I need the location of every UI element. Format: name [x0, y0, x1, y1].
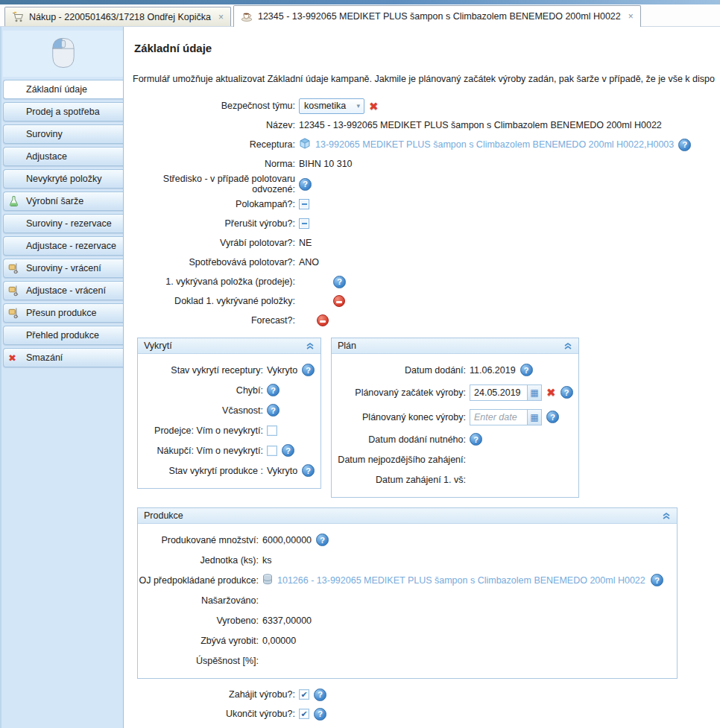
sidebar-item-zakladni-udaje[interactable]: Základní údaje — [3, 80, 123, 99]
sidebar-item-label: Suroviny - vrácení — [26, 263, 101, 273]
field-value: Vykryto — [267, 466, 297, 476]
form-row-zahajit: Zahájit výrobu?: — [133, 685, 720, 704]
sidebar-item-suroviny-vraceni[interactable]: Suroviny - vrácení — [3, 259, 123, 278]
field-label: Polokampaň?: — [133, 199, 295, 209]
sidebar-item-vyrobni-sarze[interactable]: Výrobní šarže — [3, 192, 123, 211]
form-row-vykryvana: 1. vykrývaná položka (prodeje): — [133, 272, 720, 291]
help-icon[interactable] — [316, 534, 329, 546]
tab-nakup[interactable]: Nákup - 2200501463/17218 Ondřej Kopička — [4, 7, 231, 26]
field-label: Ukončit výrobu?: — [133, 709, 295, 719]
form-row-vyrabi: Vyrábí polotovar?: NE — [133, 233, 720, 253]
double-chevron-up-icon[interactable] — [306, 341, 315, 350]
field-label: Nákupčí: Vím o nevykrytí: — [138, 446, 263, 456]
sidebar-item-nevykryte-polozky[interactable]: Nevykryté položky — [3, 169, 123, 189]
field-label: Datum dodání: — [332, 365, 466, 376]
help-icon[interactable] — [267, 384, 280, 396]
sidebar-logo — [3, 31, 123, 77]
calendar-grid-icon[interactable] — [527, 385, 541, 400]
sidebar-item-smazani[interactable]: Smazání — [3, 348, 123, 367]
close-icon[interactable] — [628, 11, 634, 22]
buyer-aware-checkbox[interactable] — [267, 446, 277, 456]
tab-kampan[interactable]: 12345 - 13-992065 MEDIKET PLUS šampon s … — [233, 5, 641, 27]
red-x-remove-icon[interactable] — [369, 101, 379, 112]
field-label: Název: — [133, 120, 295, 130]
field-label: Plánovaný začátek výroby: — [332, 387, 466, 398]
form-row-prerusit: Přerušit výrobu?: — [133, 214, 720, 233]
end-production-checkbox[interactable] — [299, 709, 309, 719]
help-icon[interactable] — [520, 364, 533, 376]
field-label: Vyrábí polotovar?: — [133, 238, 295, 248]
field-label: Přerušit výrobu?: — [133, 218, 295, 229]
sidebar-item-suroviny[interactable]: Suroviny — [3, 124, 123, 144]
help-icon[interactable] — [314, 708, 326, 721]
field-label: Bezpečnost týmu: — [133, 101, 295, 111]
help-icon[interactable] — [560, 386, 573, 399]
sidebar-item-label: Nevykryté položky — [26, 174, 101, 184]
sidebar: Základní údaje Prodej a spotřeba Surovin… — [0, 27, 124, 728]
calendar-grid-icon[interactable] — [527, 410, 541, 425]
help-icon[interactable] — [267, 404, 280, 417]
sidebar-item-label: Přehled produkce — [26, 330, 99, 341]
start-production-checkbox[interactable] — [299, 689, 309, 700]
tab-bar: Nákup - 2200501463/17218 Ondřej Kopička … — [0, 4, 720, 27]
sidebar-item-adjustace-vraceni[interactable]: Adjustace - vrácení — [3, 281, 123, 300]
sidebar-item-adjustace[interactable]: Adjustace — [3, 147, 123, 166]
field-label: Našaržováno: — [138, 595, 259, 606]
field-value: 6000,00000 — [262, 535, 312, 545]
help-icon[interactable] — [678, 139, 691, 151]
sidebar-item-prodej-a-spotreba[interactable]: Prodej a spotřeba — [3, 102, 123, 121]
help-icon[interactable] — [314, 689, 326, 701]
field-label: Produkované množství: — [138, 535, 259, 545]
help-icon[interactable] — [282, 444, 294, 457]
field-label: Datum nejpozdějšího zahájení: — [332, 455, 466, 465]
indeterminate-box-icon[interactable] — [299, 199, 309, 209]
help-icon[interactable] — [302, 464, 315, 477]
caret-down-icon — [356, 102, 360, 110]
panel-produkce: Produkce Produkované množství: 6000,0000… — [137, 507, 678, 679]
field-label: Jednotka (ks): — [138, 555, 259, 566]
no-entry-icon — [333, 295, 345, 307]
form-row-polokampan: Polokampaň?: — [133, 194, 720, 214]
database-icon — [262, 574, 273, 587]
sidebar-item-suroviny-rezervace[interactable]: Suroviny - rezervace — [3, 214, 123, 233]
team-security-select[interactable]: kosmetika — [299, 98, 364, 114]
help-icon[interactable] — [546, 411, 559, 423]
field-value: BIHN 10 310 — [299, 159, 353, 169]
indeterminate-box-icon[interactable] — [299, 218, 309, 229]
red-x-remove-icon[interactable] — [546, 387, 556, 398]
field-label: Středisko - v případě polotovaru odvozen… — [133, 174, 295, 194]
field-label: Úspěšnost [%]: — [138, 656, 259, 666]
oj-produkce-link[interactable]: 101266 - 13-992065 MEDIKET PLUS šampon s… — [277, 575, 645, 586]
planned-start-date-input[interactable] — [470, 385, 527, 400]
double-chevron-up-icon[interactable] — [662, 511, 671, 520]
help-icon[interactable] — [302, 364, 315, 376]
sidebar-item-presun-produkce[interactable]: Přesun produkce — [3, 303, 123, 323]
handtruck-icon — [8, 285, 19, 297]
form-row-receptura: Receptura: 13-992065 MEDIKET PLUS šampon… — [133, 135, 720, 154]
double-chevron-up-icon[interactable] — [563, 341, 572, 350]
help-icon[interactable] — [299, 178, 312, 191]
planned-end-date-input[interactable] — [470, 410, 527, 425]
sidebar-item-label: Smazání — [26, 352, 63, 363]
help-icon[interactable] — [651, 574, 663, 586]
close-icon[interactable] — [218, 12, 224, 22]
help-icon[interactable] — [470, 433, 482, 446]
flask-icon — [8, 196, 19, 207]
cup-icon — [241, 10, 253, 22]
field-label: Včasnost: — [138, 405, 263, 416]
selected-option: kosmetika — [304, 101, 350, 111]
cart-icon — [12, 11, 24, 23]
tab-label: Nákup - 2200501463/17218 Ondřej Kopička — [29, 12, 211, 22]
help-icon[interactable] — [333, 276, 346, 288]
page-description: Formulář umožňuje aktualizovat Základní … — [133, 74, 720, 84]
sidebar-item-adjustace-rezervace[interactable]: Adjustace - rezervace — [3, 236, 123, 256]
handtruck-icon — [8, 308, 19, 319]
receptura-link[interactable]: 13-992065 MEDIKET PLUS šampon s Climbazo… — [315, 139, 674, 150]
field-label: Chybí: — [138, 385, 263, 396]
sidebar-item-prehled-produkce[interactable]: Přehled produkce — [3, 326, 123, 345]
form-row-doklad: Doklad 1. vykrývané položky: — [133, 291, 720, 311]
form-row-spotrebovava: Spotřebovává polotovar?: ANO — [133, 253, 720, 272]
delete-x-icon — [8, 352, 16, 364]
seller-aware-checkbox[interactable] — [267, 425, 277, 436]
form-row-forecast: Forecast?: — [133, 311, 720, 330]
